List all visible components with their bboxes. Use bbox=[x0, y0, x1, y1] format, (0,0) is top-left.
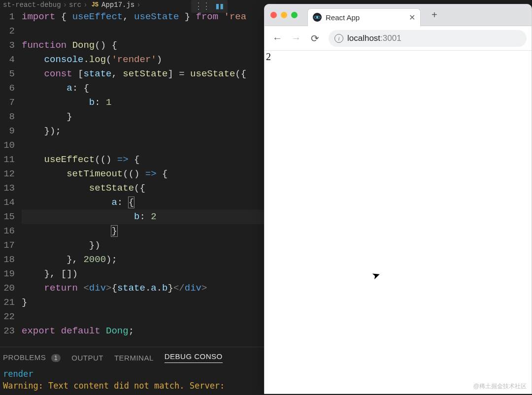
line-number: 15 bbox=[0, 210, 15, 224]
line-number: 17 bbox=[0, 238, 15, 253]
chevron-right-icon: › bbox=[83, 1, 87, 9]
line-number: 8 bbox=[0, 110, 15, 124]
browser-titlebar: React App ✕ + bbox=[265, 4, 532, 26]
bottom-panel: PROBLEMS 1 OUTPUT TERMINAL DEBUG CONSO r… bbox=[0, 347, 264, 395]
chevron-right-icon: › bbox=[63, 1, 67, 9]
line-number-gutter: 1234567891011121314151617181920212223 bbox=[0, 10, 22, 347]
browser-window: React App ✕ + ← → ⟳ i localhost:3001 2 ➤… bbox=[264, 4, 532, 394]
address-bar[interactable]: i localhost:3001 bbox=[329, 30, 527, 47]
line-number: 16 bbox=[0, 224, 15, 238]
reload-button[interactable]: ⟳ bbox=[307, 31, 323, 46]
line-number: 1 bbox=[0, 10, 15, 24]
code-line[interactable]: a: { bbox=[22, 81, 264, 96]
line-number: 12 bbox=[0, 167, 15, 181]
forward-button[interactable]: → bbox=[288, 31, 304, 46]
code-line[interactable]: setTimeout(() => { bbox=[22, 167, 264, 181]
tab-output[interactable]: OUTPUT bbox=[71, 354, 103, 362]
line-number: 11 bbox=[0, 153, 15, 167]
line-number: 10 bbox=[0, 138, 15, 153]
chevron-right-icon: › bbox=[136, 1, 140, 9]
breadcrumb-file[interactable]: App17.js bbox=[101, 1, 134, 9]
problems-count-badge: 1 bbox=[51, 354, 61, 362]
line-number: 6 bbox=[0, 81, 15, 96]
window-controls bbox=[270, 12, 298, 18]
code-line[interactable]: const [state, setState] = useState({ bbox=[22, 67, 264, 81]
line-number: 19 bbox=[0, 267, 15, 281]
browser-viewport[interactable]: 2 ➤ @稀土掘金技术社区 bbox=[265, 51, 532, 394]
close-window-button[interactable] bbox=[270, 12, 277, 18]
code-line[interactable]: a: { bbox=[22, 196, 264, 210]
line-number: 9 bbox=[0, 124, 15, 138]
code-line[interactable]: return <div>{state.a.b}</div> bbox=[22, 281, 264, 296]
code-line[interactable]: b: 1 bbox=[22, 96, 264, 110]
code-line[interactable]: } bbox=[22, 296, 264, 310]
breadcrumb-folder[interactable]: st-react-debug bbox=[3, 1, 61, 9]
code-editor: st-react-debug › src › JS App17.js › ⋮⋮ … bbox=[0, 0, 264, 395]
tab-debug-console[interactable]: DEBUG CONSO bbox=[165, 352, 223, 363]
mouse-cursor-icon: ➤ bbox=[370, 268, 382, 282]
code-line[interactable]: }, 2000); bbox=[22, 253, 264, 267]
console-line: Warning: Text content did not match. Ser… bbox=[3, 380, 261, 392]
code-line[interactable]: }) bbox=[22, 238, 264, 253]
new-tab-button[interactable]: + bbox=[432, 9, 437, 21]
line-number: 22 bbox=[0, 310, 15, 324]
minimize-window-button[interactable] bbox=[281, 12, 287, 18]
line-number: 21 bbox=[0, 296, 15, 310]
url-host: localhost bbox=[347, 33, 380, 43]
code-area[interactable]: 1234567891011121314151617181920212223 im… bbox=[0, 10, 264, 347]
browser-toolbar: ← → ⟳ i localhost:3001 bbox=[265, 26, 532, 51]
code-line[interactable] bbox=[22, 24, 264, 38]
watermark: @稀土掘金技术社区 bbox=[473, 382, 527, 391]
code-line[interactable] bbox=[22, 138, 264, 153]
console-line: render bbox=[3, 368, 261, 380]
code-line[interactable]: } bbox=[22, 224, 264, 238]
line-number: 4 bbox=[0, 53, 15, 67]
code-line[interactable]: useEffect(() => { bbox=[22, 153, 264, 167]
close-tab-button[interactable]: ✕ bbox=[409, 13, 415, 22]
line-number: 23 bbox=[0, 324, 15, 338]
line-number: 18 bbox=[0, 253, 15, 267]
url-port: :3001 bbox=[380, 33, 401, 43]
code-line[interactable]: console.log('render') bbox=[22, 53, 264, 67]
code-line[interactable]: }); bbox=[22, 124, 264, 138]
tab-problems-label: PROBLEMS bbox=[3, 353, 46, 362]
code-content[interactable]: import { useEffect, useState } from 'rea… bbox=[22, 10, 264, 347]
line-number: 7 bbox=[0, 96, 15, 110]
maximize-window-button[interactable] bbox=[291, 12, 298, 18]
code-line[interactable]: function Dong() { bbox=[22, 38, 264, 53]
line-number: 5 bbox=[0, 67, 15, 81]
debug-console-output[interactable]: renderWarning: Text content did not matc… bbox=[0, 367, 264, 393]
browser-tab-title: React App bbox=[326, 13, 405, 22]
line-number: 13 bbox=[0, 181, 15, 196]
line-number: 2 bbox=[0, 24, 15, 38]
code-line[interactable]: setState({ bbox=[22, 181, 264, 196]
code-line[interactable]: export default Dong; bbox=[22, 324, 264, 338]
line-number: 14 bbox=[0, 196, 15, 210]
code-line[interactable]: import { useEffect, useState } from 'rea bbox=[22, 10, 264, 24]
site-info-icon[interactable]: i bbox=[334, 34, 343, 43]
browser-tab[interactable]: React App ✕ bbox=[307, 8, 421, 26]
tab-terminal[interactable]: TERMINAL bbox=[114, 354, 154, 362]
react-favicon-icon bbox=[313, 13, 322, 22]
page-rendered-value: 2 bbox=[266, 51, 271, 62]
code-line[interactable]: } bbox=[22, 110, 264, 124]
breadcrumb-src[interactable]: src bbox=[69, 1, 81, 9]
back-button[interactable]: ← bbox=[269, 31, 285, 46]
line-number: 3 bbox=[0, 38, 15, 53]
code-line[interactable] bbox=[22, 310, 264, 324]
tab-problems[interactable]: PROBLEMS 1 bbox=[3, 353, 61, 362]
panel-tabs: PROBLEMS 1 OUTPUT TERMINAL DEBUG CONSO bbox=[0, 347, 264, 367]
js-file-icon: JS bbox=[92, 1, 99, 8]
code-line[interactable]: }, []) bbox=[22, 267, 264, 281]
line-number: 20 bbox=[0, 281, 15, 296]
